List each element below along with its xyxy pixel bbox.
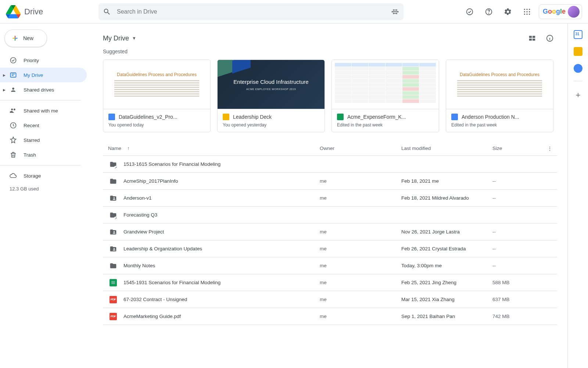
table-row[interactable]: Forecasting Q3 [103, 207, 557, 224]
table-row[interactable]: AcmeShip_2017PlanInfo me Feb 18, 2021 me… [103, 173, 557, 190]
file-size: -- [492, 229, 542, 235]
docs-icon [108, 114, 115, 120]
nav-shared-with-me[interactable]: Shared with me [0, 103, 87, 118]
nav-label: Priority [24, 58, 39, 63]
svg-point-0 [467, 8, 473, 15]
slides-icon [223, 114, 229, 120]
keep-app-icon[interactable] [574, 47, 582, 56]
recent-icon [10, 122, 17, 129]
table-row[interactable]: 1545-1931 Scenarios for Financial Modeli… [103, 274, 557, 291]
col-size-header[interactable]: Size [492, 146, 542, 151]
main-header: My Drive ▼ [103, 29, 557, 47]
table-row[interactable]: 1513-1615 Scenarios for Financial Modeli… [103, 156, 557, 173]
location-breadcrumb[interactable]: My Drive ▼ [103, 35, 136, 42]
brand-name: Drive [24, 7, 43, 17]
suggested-card[interactable]: Enterprise Cloud InfrastructureACME EMPL… [217, 60, 325, 132]
col-name-header[interactable]: Name ↑ [103, 146, 320, 151]
folder-icon [110, 262, 117, 269]
file-owner: me [320, 195, 401, 201]
file-size: -- [492, 195, 542, 201]
nav-label: Starred [24, 137, 40, 143]
file-owner: me [320, 263, 401, 268]
file-modified: Feb 26, 2021 Crystal Estrada [401, 246, 492, 251]
file-owner: me [320, 314, 401, 319]
file-size: -- [492, 263, 542, 268]
table-row[interactable]: PDF67-2032 Contract - Unsigned me Mar 15… [103, 291, 557, 308]
suggested-card[interactable]: Acme_ExpenseForm_K... Edited in the past… [331, 60, 439, 132]
ready-offline-icon[interactable] [462, 4, 477, 19]
file-owner: me [320, 246, 401, 251]
col-more-header[interactable]: ⋮ [542, 146, 557, 151]
file-name: Anderson-v1 [123, 195, 152, 201]
view-toggle-icon[interactable] [525, 31, 539, 46]
card-subtitle: You opened yesterday [223, 122, 319, 128]
search-icon [103, 8, 111, 16]
table-row[interactable]: Grandview Project me Nov 26, 2021 Jorge … [103, 224, 557, 240]
header-actions: Google [462, 4, 582, 19]
svg-point-10 [526, 14, 527, 15]
file-modified: Today, 3:00pm me [401, 263, 492, 268]
main-content: My Drive ▼ Suggested DataGuidelines Proc… [93, 24, 567, 368]
file-size: 742 MB [492, 314, 542, 319]
file-modified: Mar 15, 2021 Xia Zhang [401, 297, 492, 302]
folder-shared-icon [110, 194, 117, 202]
google-wordmark: Google [543, 8, 566, 15]
details-icon[interactable] [542, 31, 557, 46]
add-app-icon[interactable]: ＋ [574, 89, 582, 100]
nav-recent[interactable]: Recent [0, 118, 87, 133]
svg-point-2 [488, 13, 489, 13]
col-modified-header[interactable]: Last modified [401, 146, 492, 151]
calendar-app-icon[interactable] [574, 30, 582, 39]
search-options-icon[interactable] [391, 8, 399, 16]
tasks-app-icon[interactable] [574, 64, 582, 73]
settings-icon[interactable] [501, 4, 515, 19]
table-row[interactable]: Anderson-v1 me Feb 18, 2021 Mildred Alva… [103, 190, 557, 207]
support-icon[interactable] [481, 4, 496, 19]
pdf-icon: PDF [110, 296, 117, 303]
nav-trash[interactable]: Trash [0, 147, 87, 162]
pdf-icon: PDF [110, 313, 117, 320]
file-owner: me [320, 178, 401, 184]
apps-icon[interactable] [520, 4, 534, 19]
folder-shared-icon [110, 245, 117, 253]
svg-point-12 [11, 58, 16, 63]
sheets-icon [337, 114, 344, 120]
suggested-card[interactable]: DataGuidelines Process and Procedures An… [446, 60, 553, 132]
nav-label: Trash [24, 152, 36, 158]
caret-right-icon: ▸ [3, 72, 6, 78]
svg-point-11 [529, 14, 530, 15]
table-row[interactable]: Monthly Notes me Today, 3:00pm me -- [103, 257, 557, 274]
file-size: -- [492, 246, 542, 251]
sheets-icon [110, 279, 117, 286]
divider [0, 165, 81, 165]
file-name: 1513-1615 Scenarios for Financial Modeli… [123, 161, 220, 167]
search-input[interactable] [117, 8, 385, 15]
nav-starred[interactable]: Starred [0, 133, 87, 147]
nav-priority[interactable]: Priority [0, 53, 87, 68]
file-name: 67-2032 Contract - Unsigned [123, 297, 187, 302]
nav-label: My Drive [24, 72, 43, 78]
file-name: Leadership & Organization Updates [123, 246, 202, 251]
nav-storage[interactable]: Storage [0, 168, 87, 183]
col-owner-header[interactable]: Owner [320, 146, 401, 151]
account-chip[interactable]: Google [539, 4, 582, 19]
suggested-heading: Suggested [103, 49, 557, 54]
file-owner: me [320, 229, 401, 235]
new-button[interactable]: New [4, 29, 47, 47]
nav-label: Storage [24, 173, 41, 179]
caret-right-icon: ▸ [3, 87, 6, 93]
brand[interactable]: Drive [6, 4, 87, 19]
star-icon [10, 136, 17, 144]
shortcut-folder-icon [110, 211, 117, 219]
table-row[interactable]: PDFAcmeMarketing Guide.pdf me Sep 1, 202… [103, 308, 557, 325]
search-bar[interactable] [98, 3, 404, 20]
my-drive-icon [10, 71, 17, 79]
plus-icon [11, 35, 19, 42]
nav-shared-drives[interactable]: ▸ Shared drives [0, 82, 87, 97]
nav-my-drive[interactable]: ▸ My Drive [0, 68, 87, 82]
shared-drives-icon [10, 86, 17, 93]
table-row[interactable]: Leadership & Organization Updates me Feb… [103, 240, 557, 257]
suggested-card[interactable]: DataGuidelines Process and Procedures Da… [103, 60, 211, 132]
file-owner: me [320, 297, 401, 302]
card-subtitle: You opened today [108, 122, 205, 128]
